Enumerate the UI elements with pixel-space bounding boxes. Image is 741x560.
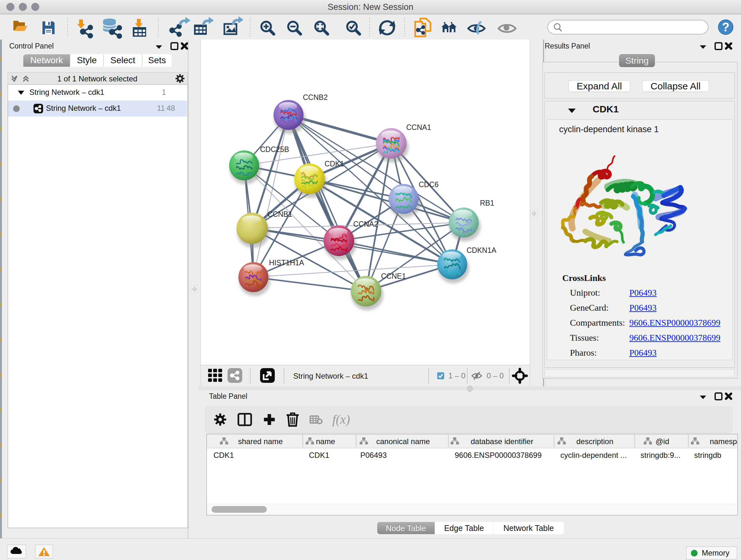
svg-text:CDKN1A: CDKN1A xyxy=(467,246,496,254)
svg-text:CCNA1: CCNA1 xyxy=(406,123,431,132)
svg-text:@id: @id xyxy=(656,437,669,446)
svg-text:RB1: RB1 xyxy=(480,199,494,207)
svg-text:description: description xyxy=(576,437,613,446)
svg-text:CDC25B: CDC25B xyxy=(260,145,289,153)
svg-text:CCNB2: CCNB2 xyxy=(303,93,328,102)
svg-text:database identifier: database identifier xyxy=(471,437,533,446)
svg-text:canonical name: canonical name xyxy=(376,437,430,446)
svg-text:CDK1: CDK1 xyxy=(325,160,344,168)
svg-text:CCNB1: CCNB1 xyxy=(267,210,292,219)
svg-text:String Network – cdk1: String Network – cdk1 xyxy=(293,372,368,380)
svg-text:CCNA2: CCNA2 xyxy=(353,220,378,228)
svg-text:namespac: namespac xyxy=(710,437,738,446)
svg-text:name: name xyxy=(316,437,335,446)
svg-text:Network: Network xyxy=(30,55,64,65)
svg-text:f(x): f(x) xyxy=(332,412,350,427)
svg-text:Style: Style xyxy=(77,55,97,65)
svg-text:HIST1H1A: HIST1H1A xyxy=(269,259,305,267)
svg-text:CDC6: CDC6 xyxy=(419,180,439,189)
svg-text:shared name: shared name xyxy=(238,437,283,446)
svg-text:0 – 0: 0 – 0 xyxy=(487,371,503,380)
svg-text:CCNE1: CCNE1 xyxy=(381,272,406,280)
svg-text:Select: Select xyxy=(111,55,135,65)
svg-text:?: ? xyxy=(722,20,729,34)
svg-text:1 of 1 Network selected: 1 of 1 Network selected xyxy=(57,74,138,83)
svg-text:1 – 0: 1 – 0 xyxy=(448,371,465,380)
svg-text:Sets: Sets xyxy=(148,55,166,65)
